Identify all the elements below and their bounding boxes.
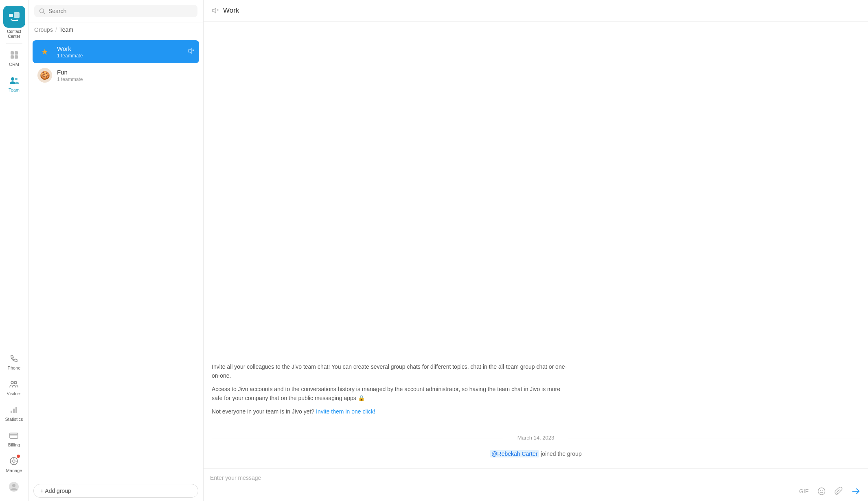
sidebar-item-statistics[interactable]: Statistics [2,400,25,426]
invite-link[interactable]: Invite them in one click! [316,408,375,415]
gif-button[interactable]: GIF [798,486,810,496]
svg-point-30 [818,488,825,495]
sidebar-item-manage[interactable]: Manage [2,451,25,477]
group-avatar-work: ★ [37,44,52,59]
join-action: joined the group [541,451,581,457]
svg-rect-15 [10,434,18,435]
send-button[interactable] [850,486,861,497]
svg-point-31 [820,490,821,491]
add-group-button[interactable]: + Add group [33,484,198,498]
chat-header: Work [204,0,868,22]
sidebar-item-phone[interactable]: Phone [2,349,25,374]
mute-icon[interactable] [188,48,194,56]
sidebar-item-billing[interactable]: Billing [2,426,25,451]
emoji-icon [818,487,826,495]
chat-input-area: GIF [204,468,868,501]
phone-icon [8,353,20,364]
group-avatar-fun: 🍪 [37,68,52,83]
intro-line-1: Invite all your colleagues to the Jivo t… [212,362,570,381]
svg-rect-0 [9,14,13,17]
billing-icon [8,430,20,441]
intro-line-2: Access to Jivo accounts and to the conve… [212,385,570,403]
svg-rect-1 [14,12,20,18]
group-info-work: Work 1 teammate [57,45,188,59]
svg-rect-5 [11,55,14,59]
chat-title: Work [223,7,239,15]
intro-text: Invite all your colleagues to the Jivo t… [212,362,570,428]
breadcrumb-separator: / [55,26,57,33]
star-icon: ★ [41,47,48,57]
svg-point-8 [15,78,18,80]
svg-rect-11 [11,411,12,413]
emoji-button[interactable] [816,486,827,497]
breadcrumb: Groups / Team [28,22,203,37]
breadcrumb-current: Team [59,26,73,33]
message-input[interactable] [210,475,861,482]
svg-point-2 [16,20,18,21]
svg-point-10 [14,381,17,384]
sidebar-item-team[interactable]: Team [0,71,28,96]
send-icon [852,487,860,495]
svg-point-17 [13,460,15,462]
chat-body: Invite all your colleagues to the Jivo t… [204,22,868,468]
groups-panel: Groups / Team ★ Work 1 teammate [28,0,204,501]
svg-point-9 [11,381,13,384]
intro-line-3: Not everyone in your team is in Jivo yet… [212,407,570,416]
breadcrumb-groups[interactable]: Groups [34,26,53,33]
group-name-work: Work [57,45,188,52]
svg-rect-3 [11,51,14,55]
sidebar-item-profile[interactable] [2,477,25,498]
svg-point-24 [40,9,44,13]
contact-center-logo[interactable] [3,6,25,28]
group-meta-fun: 1 teammate [57,77,194,82]
attach-button[interactable] [833,486,844,497]
search-icon [39,8,45,14]
group-item-work[interactable]: ★ Work 1 teammate [33,40,199,63]
svg-rect-4 [15,51,18,55]
group-name-fun: Fun [57,69,194,76]
attach-icon [835,487,843,495]
fun-emoji: 🍪 [40,70,50,80]
svg-rect-12 [13,409,15,413]
search-input[interactable] [48,8,193,14]
profile-avatar [8,481,20,492]
chat-toolbar: GIF [210,482,861,497]
svg-rect-14 [10,433,18,438]
svg-point-32 [822,490,823,491]
notification-dot [17,455,20,458]
svg-point-23 [12,484,15,487]
svg-point-7 [11,77,14,81]
search-input-wrap[interactable] [34,5,197,17]
statistics-icon [8,404,20,416]
svg-line-25 [44,12,45,14]
group-item-fun[interactable]: 🍪 Fun 1 teammate [33,64,199,87]
search-bar [28,0,203,22]
visitors-icon [8,378,20,390]
svg-rect-6 [15,55,18,59]
group-meta-work: 1 teammate [57,53,188,59]
team-icon [9,75,20,86]
sidebar-item-visitors[interactable]: Visitors [2,374,25,400]
crm-icon [9,49,20,61]
sidebar-item-crm[interactable]: CRM [0,45,28,71]
date-divider: March 14, 2023 [212,435,860,441]
group-list: ★ Work 1 teammate 🍪 Fun 1 teammate [28,37,203,481]
chat-area: Work Invite all your colleagues to the J… [204,0,868,501]
mute-header-icon [212,7,219,14]
system-message: @Rebekah Carter joined the group [212,451,860,457]
contact-center-label: Contact Center [7,29,21,39]
sidebar-nav: Contact Center CRM Team [0,0,28,501]
group-info-fun: Fun 1 teammate [57,69,194,82]
svg-rect-13 [15,407,17,413]
mention-name: @Rebekah Carter [490,450,539,457]
